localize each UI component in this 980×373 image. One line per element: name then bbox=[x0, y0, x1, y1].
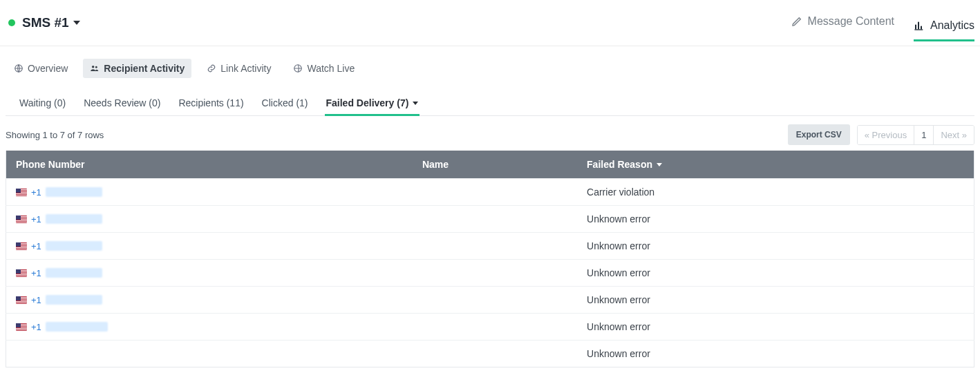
reason-cell: Unknown error bbox=[577, 341, 974, 367]
pager-prev[interactable]: « Previous bbox=[858, 126, 914, 144]
redacted-number bbox=[46, 214, 102, 224]
chevron-down-icon bbox=[657, 163, 662, 166]
phone-cell[interactable]: +1 bbox=[6, 260, 413, 287]
table-row: +1Unknown error bbox=[6, 287, 974, 314]
table-row: +1Unknown error bbox=[6, 314, 974, 341]
subnav-recipient-activity[interactable]: Recipient Activity bbox=[83, 59, 191, 78]
pager: « Previous 1 Next » bbox=[857, 125, 974, 145]
globe-icon bbox=[14, 64, 23, 73]
export-csv-button[interactable]: Export CSV bbox=[788, 124, 850, 145]
caret-down-icon bbox=[413, 102, 418, 105]
country-code: +1 bbox=[31, 214, 41, 224]
us-flag-icon bbox=[16, 216, 27, 223]
reason-cell: Unknown error bbox=[577, 206, 974, 233]
reason-cell: Unknown error bbox=[577, 314, 974, 341]
phone-cell[interactable]: +1 bbox=[6, 287, 413, 314]
phone-cell[interactable]: +1 bbox=[6, 233, 413, 260]
redacted-number bbox=[46, 322, 108, 332]
reason-cell: Unknown error bbox=[577, 287, 974, 314]
message-content-label: Message Content bbox=[808, 15, 894, 28]
subnav-recipient-activity-label: Recipient Activity bbox=[104, 63, 185, 74]
us-flag-icon bbox=[16, 269, 27, 277]
redacted-number bbox=[46, 268, 102, 278]
title-wrap[interactable]: SMS #1 bbox=[8, 15, 80, 30]
globe-icon bbox=[293, 64, 303, 73]
svg-rect-0 bbox=[915, 25, 916, 30]
phone-cell[interactable]: +1 bbox=[6, 206, 413, 233]
us-flag-icon bbox=[16, 323, 27, 331]
tab-needs-review-label: Needs Review (0) bbox=[84, 97, 160, 108]
phone-cell[interactable]: +1 bbox=[6, 179, 413, 206]
col-name-label: Name bbox=[422, 159, 449, 170]
table-row: +1Unknown error bbox=[6, 206, 974, 233]
tab-waiting[interactable]: Waiting (0) bbox=[18, 92, 67, 115]
tab-waiting-label: Waiting (0) bbox=[19, 97, 66, 108]
topbar: SMS #1 Message Content Analytics bbox=[0, 0, 980, 46]
country-code: +1 bbox=[31, 241, 41, 251]
us-flag-icon bbox=[16, 189, 27, 196]
table-row: Unknown error bbox=[6, 341, 974, 367]
tab-recipients[interactable]: Recipients (11) bbox=[177, 92, 245, 115]
caret-down-icon[interactable] bbox=[73, 21, 80, 25]
analytics-link[interactable]: Analytics bbox=[914, 14, 974, 41]
col-reason[interactable]: Failed Reason bbox=[577, 151, 974, 179]
analytics-label: Analytics bbox=[930, 19, 974, 32]
topbar-right: Message Content Analytics bbox=[791, 10, 974, 36]
redacted-number bbox=[46, 295, 102, 305]
link-icon bbox=[207, 64, 216, 73]
table-row: +1Carrier violation bbox=[6, 179, 974, 206]
country-code: +1 bbox=[31, 295, 41, 305]
toolbar-right: Export CSV « Previous 1 Next » bbox=[788, 124, 974, 145]
svg-rect-3 bbox=[914, 29, 923, 30]
svg-rect-2 bbox=[921, 26, 922, 30]
reason-cell: Carrier violation bbox=[577, 179, 974, 206]
tabs: Waiting (0) Needs Review (0) Recipients … bbox=[6, 86, 974, 116]
pencil-icon bbox=[791, 16, 802, 27]
name-cell bbox=[413, 179, 577, 206]
col-phone[interactable]: Phone Number bbox=[6, 151, 413, 179]
subnav-watch-live-label: Watch Live bbox=[307, 63, 355, 74]
table-row: +1Unknown error bbox=[6, 233, 974, 260]
tab-needs-review[interactable]: Needs Review (0) bbox=[82, 92, 162, 115]
col-reason-label: Failed Reason bbox=[587, 159, 652, 170]
pager-page-1[interactable]: 1 bbox=[914, 126, 934, 144]
country-code: +1 bbox=[31, 268, 41, 278]
pager-next[interactable]: Next » bbox=[934, 126, 974, 144]
tab-recipients-label: Recipients (11) bbox=[178, 97, 243, 108]
name-cell bbox=[413, 341, 577, 367]
reason-cell: Unknown error bbox=[577, 260, 974, 287]
tab-failed-delivery[interactable]: Failed Delivery (7) bbox=[325, 92, 420, 116]
us-flag-icon bbox=[16, 242, 27, 250]
name-cell bbox=[413, 233, 577, 260]
tab-clicked-label: Clicked (1) bbox=[262, 97, 308, 108]
subnav-link-activity-label: Link Activity bbox=[220, 63, 271, 74]
page-title: SMS #1 bbox=[22, 15, 80, 30]
phone-cell[interactable]: +1 bbox=[6, 314, 413, 341]
phone-cell[interactable] bbox=[6, 341, 413, 367]
subnav-link-activity[interactable]: Link Activity bbox=[200, 59, 278, 78]
redacted-number bbox=[46, 241, 102, 251]
svg-rect-1 bbox=[918, 22, 919, 30]
name-cell bbox=[413, 260, 577, 287]
country-code: +1 bbox=[31, 187, 41, 198]
tab-clicked[interactable]: Clicked (1) bbox=[261, 92, 310, 115]
message-content-link[interactable]: Message Content bbox=[791, 10, 894, 36]
us-flag-icon bbox=[16, 296, 27, 304]
results-table: Phone Number Name Failed Reason +1Carrie… bbox=[6, 151, 974, 367]
subnav-watch-live[interactable]: Watch Live bbox=[286, 59, 361, 78]
subnav-overview[interactable]: Overview bbox=[7, 59, 75, 78]
col-phone-label: Phone Number bbox=[16, 159, 85, 170]
status-dot-icon bbox=[8, 19, 15, 26]
svg-point-6 bbox=[95, 66, 97, 68]
title-text: SMS #1 bbox=[22, 15, 69, 30]
bar-chart-icon bbox=[914, 20, 925, 31]
users-icon bbox=[90, 64, 100, 73]
table-row: +1Unknown error bbox=[6, 260, 974, 287]
subnav: Overview Recipient Activity Link Activit… bbox=[0, 46, 980, 86]
tab-failed-label: Failed Delivery (7) bbox=[326, 97, 409, 108]
name-cell bbox=[413, 314, 577, 341]
reason-cell: Unknown error bbox=[577, 233, 974, 260]
subnav-overview-label: Overview bbox=[28, 63, 68, 74]
showing-text: Showing 1 to 7 of 7 rows bbox=[6, 130, 104, 140]
col-name[interactable]: Name bbox=[413, 151, 577, 179]
